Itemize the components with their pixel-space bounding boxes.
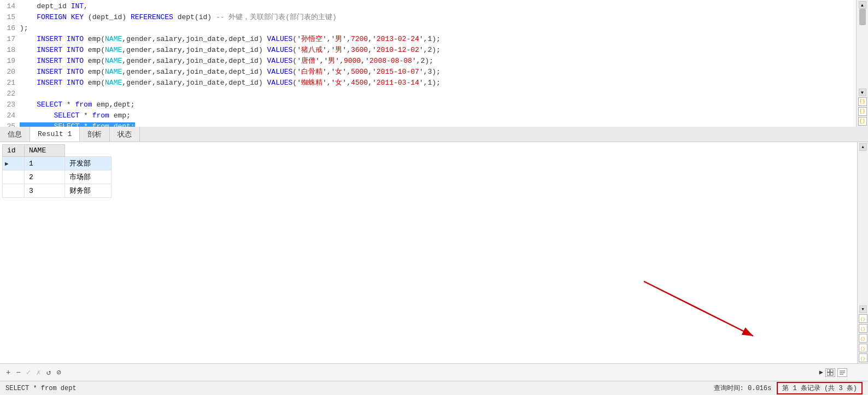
line-content[interactable]: SELECT * from emp,dept;: [20, 99, 856, 110]
line-number: 23: [0, 99, 20, 110]
table-row[interactable]: 3财务部: [3, 184, 112, 198]
result-content: idNAME ▶1开发部2市场部3财务部 ▲ ▼: [0, 142, 868, 363]
result-side-icon-2[interactable]: {}: [859, 324, 867, 333]
toolbar-cancel-btn[interactable]: ✗: [34, 367, 42, 378]
cell-name: 开发部: [64, 157, 111, 170]
tab-analyze[interactable]: 剖析: [80, 127, 110, 142]
play-btn[interactable]: ▶: [819, 368, 823, 376]
tabs-bar: 信息 Result 1 剖析 状态: [0, 127, 868, 142]
line-content[interactable]: INSERT INTO emp(NAME,gender,salary,join_…: [20, 34, 856, 45]
code-line-15: 15 FOREIGN KEY (dept_id) REFERENCES dept…: [0, 12, 856, 23]
form-view-btn[interactable]: [837, 368, 847, 377]
code-line-20: 20 INSERT INTO emp(NAME,gender,salary,jo…: [0, 67, 856, 78]
line-number: 15: [0, 12, 20, 23]
side-icon-1[interactable]: {}: [858, 97, 867, 106]
line-number: 16: [0, 23, 20, 34]
tab-result1[interactable]: Result 1: [30, 127, 80, 142]
line-content[interactable]: SELECT * from emp;: [20, 110, 856, 121]
row-indicator: ▶: [3, 157, 25, 170]
toolbar-add-btn[interactable]: +: [4, 367, 12, 378]
tab-status[interactable]: 状态: [110, 127, 140, 142]
side-icon-3[interactable]: {}: [858, 117, 867, 126]
side-icon-2[interactable]: {}: [858, 107, 867, 116]
result-scroll-down[interactable]: ▼: [859, 305, 867, 313]
line-number: 20: [0, 67, 20, 78]
table-row[interactable]: 2市场部: [3, 170, 112, 184]
line-number: 17: [0, 34, 20, 45]
line-content[interactable]: INSERT INTO emp(NAME,gender,salary,join_…: [20, 45, 856, 56]
grid-view-btn[interactable]: [825, 368, 835, 377]
line-number: 21: [0, 78, 20, 89]
code-line-21: 21 INSERT INTO emp(NAME,gender,salary,jo…: [0, 78, 856, 89]
code-editor: 14 dept_id INT,15 FOREIGN KEY (dept_id) …: [0, 0, 868, 127]
line-content[interactable]: );: [20, 23, 856, 34]
play-area: ▶: [819, 368, 823, 376]
red-arrow-annotation: [617, 270, 781, 352]
table-row[interactable]: ▶1开发部: [3, 157, 112, 170]
code-line-23: 23 SELECT * from emp,dept;: [0, 99, 856, 110]
editor-scrollbar-track: [859, 9, 866, 89]
code-line-22: 22: [0, 89, 856, 99]
line-content[interactable]: dept_id INT,: [20, 1, 856, 12]
line-content[interactable]: INSERT INTO emp(NAME,gender,salary,join_…: [20, 78, 856, 89]
cell-name: 市场部: [64, 170, 111, 184]
line-number: 14: [0, 1, 20, 12]
record-count-box: 第 1 条记录 (共 3 条): [777, 382, 863, 394]
result-side-icon-4[interactable]: {}: [859, 344, 867, 352]
result-vtrack: [859, 151, 867, 305]
bottom-toolbar: + − ✓ ✗ ↺ ⊘ ▶: [0, 363, 868, 381]
form-icon: [839, 369, 846, 376]
status-bar: SELECT * from dept 查询时间: 0.016s 第 1 条记录 …: [0, 381, 868, 395]
cell-id: 1: [25, 157, 65, 170]
toolbar-remove-btn[interactable]: −: [14, 367, 22, 378]
tabs-spacer: [140, 127, 868, 142]
toolbar-refresh-btn[interactable]: ↺: [45, 367, 52, 378]
tab-info[interactable]: 信息: [0, 127, 30, 142]
status-right: 查询时间: 0.016s 第 1 条记录 (共 3 条): [714, 382, 863, 394]
code-line-14: 14 dept_id INT,: [0, 1, 856, 12]
column-header-name: NAME: [25, 145, 65, 157]
code-line-19: 19 INSERT INTO emp(NAME,gender,salary,jo…: [0, 56, 856, 67]
result-side-icon-5[interactable]: {}: [859, 353, 867, 362]
line-number: 22: [0, 89, 20, 99]
toolbar-right-icons: ▶: [819, 368, 847, 377]
row-indicator: [3, 170, 25, 184]
line-number: 19: [0, 56, 20, 67]
scroll-up-arrow[interactable]: ▲: [859, 1, 866, 9]
row-indicator: [3, 184, 25, 198]
line-content[interactable]: SELECT * from dept;: [20, 121, 856, 127]
line-number: 18: [0, 45, 20, 56]
line-number: 24: [0, 110, 20, 121]
result-right-panel: ▲ ▼ {} {} {} {} {}: [857, 142, 868, 363]
line-content[interactable]: INSERT INTO emp(NAME,gender,salary,join_…: [20, 67, 856, 78]
svg-line-1: [644, 281, 753, 336]
result-table: idNAME ▶1开发部2市场部3财务部: [2, 144, 112, 198]
cell-id: 2: [25, 170, 65, 184]
cell-id: 3: [25, 184, 65, 198]
code-line-16: 16);: [0, 23, 856, 34]
svg-rect-3: [830, 369, 833, 372]
line-content[interactable]: FOREIGN KEY (dept_id) REFERENCES dept(id…: [20, 12, 856, 23]
code-line-17: 17 INSERT INTO emp(NAME,gender,salary,jo…: [0, 34, 856, 45]
code-main: 14 dept_id INT,15 FOREIGN KEY (dept_id) …: [0, 0, 856, 127]
line-number: 25: [0, 121, 20, 127]
svg-rect-2: [827, 369, 830, 372]
grid-icon: [827, 369, 834, 376]
svg-rect-4: [827, 373, 830, 375]
svg-rect-5: [830, 373, 833, 375]
result-side-icon-3[interactable]: {}: [859, 334, 867, 343]
result-scroll[interactable]: idNAME ▶1开发部2市场部3财务部: [0, 142, 857, 363]
record-count-text: 第 1 条记录 (共 3 条): [782, 385, 857, 392]
toolbar-stop-btn[interactable]: ⊘: [55, 367, 62, 378]
scroll-down-arrow[interactable]: ▼: [859, 89, 866, 96]
result-scroll-up[interactable]: ▲: [859, 143, 867, 151]
bottom-panel: 信息 Result 1 剖析 状态 idNAME ▶1开发部2市场部3财务部: [0, 127, 868, 395]
editor-right-panel: ▲ ▼ {} {} {}: [856, 0, 868, 127]
code-line-25: 25 SELECT * from dept;: [0, 121, 856, 127]
toolbar-check-btn[interactable]: ✓: [25, 367, 32, 378]
line-content[interactable]: INSERT INTO emp(NAME,gender,salary,join_…: [20, 56, 856, 67]
result-side-icon-1[interactable]: {}: [859, 314, 867, 323]
app-container: 14 dept_id INT,15 FOREIGN KEY (dept_id) …: [0, 0, 868, 395]
code-line-18: 18 INSERT INTO emp(NAME,gender,salary,jo…: [0, 45, 856, 56]
column-header-id: id: [3, 145, 25, 157]
